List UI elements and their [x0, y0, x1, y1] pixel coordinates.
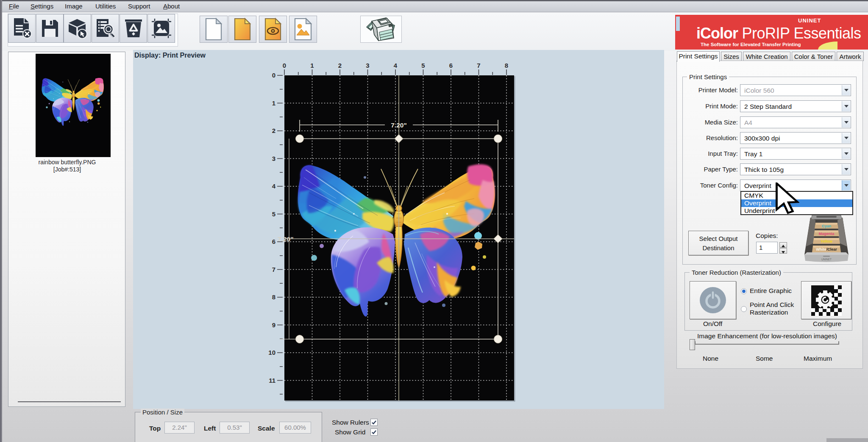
svg-text:2: 2: [272, 127, 275, 134]
svg-text:8: 8: [505, 62, 508, 69]
svg-text:7: 7: [477, 62, 480, 69]
svg-text:6: 6: [449, 62, 453, 69]
svg-text:0: 0: [283, 62, 286, 69]
svg-text:3: 3: [366, 62, 369, 69]
svg-text:Cyan: Cyan: [822, 224, 831, 228]
svg-text:2: 2: [338, 62, 342, 69]
svg-text:1: 1: [310, 62, 314, 69]
svg-text:3: 3: [272, 155, 275, 162]
svg-text:7: 7: [272, 266, 275, 273]
svg-text:10: 10: [268, 349, 275, 356]
svg-text:7.20": 7.20": [391, 122, 407, 129]
svg-text:4: 4: [394, 62, 398, 69]
svg-text:4: 4: [272, 182, 276, 190]
svg-text:9: 9: [272, 321, 275, 329]
svg-text:White/Clear: White/Clear: [816, 247, 837, 251]
svg-text:5: 5: [421, 62, 425, 69]
svg-text:6: 6: [272, 238, 275, 245]
svg-text:1: 1: [272, 99, 275, 107]
svg-text:8: 8: [272, 293, 275, 301]
svg-text:Yellow: Yellow: [821, 239, 833, 243]
svg-text:5: 5: [272, 210, 275, 218]
svg-text:UNINET: UNINET: [821, 258, 832, 261]
svg-text:11: 11: [269, 377, 275, 384]
svg-text:7.20": 7.20": [278, 235, 294, 243]
svg-text:0: 0: [272, 72, 275, 79]
svg-text:Magenta: Magenta: [819, 232, 835, 236]
